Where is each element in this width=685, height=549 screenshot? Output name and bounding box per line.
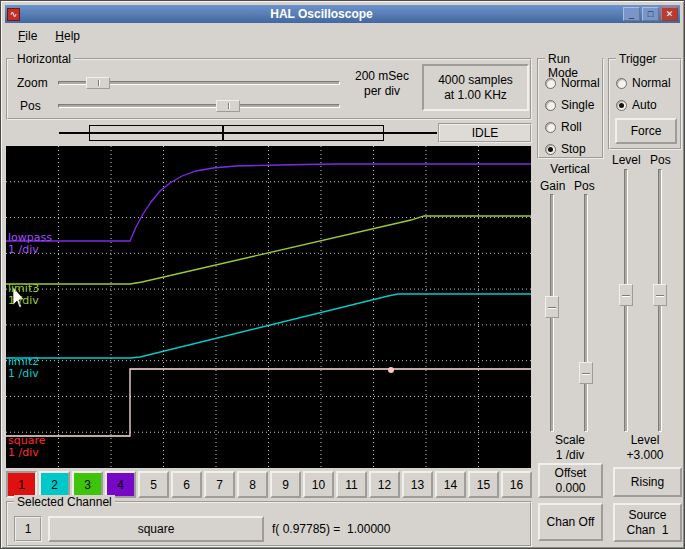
scale-label: Scale: [537, 433, 603, 447]
radio-icon[interactable]: [545, 100, 556, 111]
channel-button-8[interactable]: 8: [237, 471, 268, 498]
close-button[interactable]: ✕: [661, 7, 678, 21]
record-trigger-tick: [222, 125, 224, 141]
trigger-option-auto[interactable]: Auto: [616, 98, 657, 112]
trigger-option-normal[interactable]: Normal: [616, 76, 671, 90]
channel-button-4[interactable]: 4: [105, 471, 136, 498]
titlebar[interactable]: ∿ HAL Oscilloscope _ □ ✕: [5, 5, 680, 23]
record-position-bar: IDLE: [6, 122, 532, 144]
cursor-readout: f( 0.97785) = 1.00000: [272, 522, 390, 536]
selected-channel-number: 1: [14, 516, 42, 542]
run-mode-option-normal-label: Normal: [561, 76, 600, 90]
run-mode-option-roll-label: Roll: [561, 120, 582, 134]
trigger-pos-slider-handle[interactable]: [653, 284, 667, 306]
run-mode-option-stop-label: Stop: [561, 142, 586, 156]
vertical-pos-slider[interactable]: [579, 194, 593, 432]
channel-button-11[interactable]: 11: [336, 471, 367, 498]
horizontal-pos-slider[interactable]: [58, 100, 340, 112]
sample-rate-box[interactable]: 4000 samplesat 1.00 KHz: [422, 64, 529, 111]
window-title: HAL Oscilloscope: [20, 7, 623, 21]
scale-value: 1 /div: [537, 448, 603, 462]
channel-button-13[interactable]: 13: [402, 471, 433, 498]
channel-row: 12345678910111213141516: [6, 471, 532, 498]
trigger-option-normal-label: Normal: [632, 76, 671, 90]
maximize-button[interactable]: □: [642, 7, 659, 21]
radio-icon[interactable]: [616, 78, 627, 89]
gain-slider[interactable]: [545, 194, 559, 432]
menu-help-accel: H: [55, 29, 64, 43]
run-mode-frame: Run Mode Normal Single Roll Stop: [537, 58, 604, 159]
vertical-pos-label: Pos: [574, 179, 595, 193]
run-mode-option-single[interactable]: Single: [545, 98, 594, 112]
menu-help-rest: elp: [64, 29, 80, 43]
time-per-div: 200 mSecper div: [344, 69, 420, 99]
record-view-window: [89, 125, 384, 141]
channel-button-15[interactable]: 15: [468, 471, 499, 498]
radio-icon[interactable]: [545, 144, 556, 155]
zoom-label: Zoom: [17, 76, 48, 90]
horizontal-frame: Horizontal Zoom Pos 200 mSecper div 4000…: [6, 58, 532, 120]
trigger-option-auto-label: Auto: [632, 98, 657, 112]
hal-oscilloscope-window: ∿ HAL Oscilloscope _ □ ✕ File Help Horiz…: [0, 0, 685, 549]
minimize-button[interactable]: _: [623, 7, 640, 21]
zoom-slider[interactable]: [58, 77, 340, 89]
channel-button-14[interactable]: 14: [435, 471, 466, 498]
trigger-pos-slider-label: Pos: [650, 153, 671, 167]
channel-button-10[interactable]: 10: [303, 471, 334, 498]
channel-button-1[interactable]: 1: [6, 471, 37, 498]
force-button[interactable]: Force: [615, 118, 677, 144]
offset-button[interactable]: Offset0.000: [538, 463, 603, 498]
horizontal-frame-title: Horizontal: [14, 52, 74, 66]
gain-label: Gain: [540, 179, 565, 193]
chan-off-button[interactable]: Chan Off: [538, 503, 603, 541]
scope-channel-label-limit2: limit21 /div: [8, 356, 39, 380]
scope-channel-label-square: square1 /div: [8, 435, 45, 459]
trigger-level-value: +3.000: [608, 448, 682, 462]
channel-button-9[interactable]: 9: [270, 471, 301, 498]
channel-button-2[interactable]: 2: [39, 471, 70, 498]
channel-button-12[interactable]: 12: [369, 471, 400, 498]
channel-button-16[interactable]: 16: [501, 471, 532, 498]
app-icon: ∿: [7, 8, 20, 21]
run-mode-option-normal[interactable]: Normal: [545, 76, 600, 90]
channel-button-5[interactable]: 5: [138, 471, 169, 498]
trigger-edge-button[interactable]: Rising: [613, 467, 682, 497]
channel-source-button[interactable]: square: [48, 516, 264, 542]
menu-file-rest: ile: [25, 29, 37, 43]
trigger-level-slider-handle[interactable]: [619, 284, 633, 306]
trigger-pos-slider[interactable]: [653, 169, 667, 432]
vertical-pos-slider-handle[interactable]: [579, 362, 593, 384]
radio-icon[interactable]: [545, 78, 556, 89]
menubar: File Help: [5, 23, 680, 49]
selected-channel-title: Selected Channel: [14, 495, 115, 509]
scope-channel-label-lowpass: lowpass1 /div: [8, 232, 52, 256]
scope-display[interactable]: lowpass1 /divlimit31 /divlimit21 /divsqu…: [6, 146, 531, 468]
trigger-title: Trigger: [616, 52, 660, 66]
selected-channel-frame: Selected Channel 1 square f( 0.97785) = …: [6, 501, 532, 547]
run-mode-option-roll[interactable]: Roll: [545, 120, 582, 134]
channel-button-7[interactable]: 7: [204, 471, 235, 498]
menu-file[interactable]: File: [9, 26, 46, 46]
trigger-level-label: Level: [608, 433, 682, 447]
radio-icon[interactable]: [616, 100, 627, 111]
zoom-slider-handle[interactable]: [86, 77, 110, 89]
horizontal-pos-label: Pos: [20, 99, 41, 113]
trigger-level-slider-label: Level: [612, 153, 641, 167]
scope-canvas: [6, 146, 531, 468]
radio-icon[interactable]: [545, 122, 556, 133]
trigger-level-slider[interactable]: [619, 169, 633, 432]
horizontal-pos-slider-track[interactable]: [58, 104, 340, 108]
run-mode-option-single-label: Single: [561, 98, 594, 112]
run-mode-option-stop[interactable]: Stop: [545, 142, 586, 156]
horizontal-pos-slider-handle[interactable]: [216, 100, 240, 112]
vertical-section-title: Vertical: [537, 162, 603, 176]
channel-button-6[interactable]: 6: [171, 471, 202, 498]
trigger-frame: Trigger Normal Auto Force: [608, 58, 682, 150]
menu-help[interactable]: Help: [46, 26, 89, 46]
channel-button-3[interactable]: 3: [72, 471, 103, 498]
vertical-pos-slider-track[interactable]: [584, 194, 588, 432]
scope-channel-label-limit3: limit31 /div: [8, 283, 39, 307]
trigger-source-button[interactable]: SourceChan 1: [613, 503, 682, 542]
acquisition-status: IDLE: [438, 123, 532, 143]
gain-slider-handle[interactable]: [545, 296, 559, 318]
